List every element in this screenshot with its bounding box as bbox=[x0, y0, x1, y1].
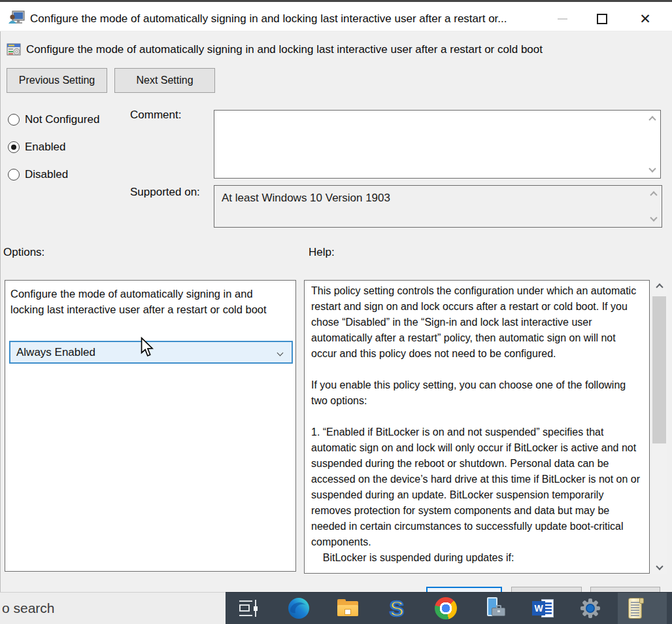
titlebar: Configure the mode of automatically sign… bbox=[0, 2, 672, 31]
scroll-up-icon[interactable] bbox=[648, 116, 656, 123]
minimize-button[interactable] bbox=[546, 4, 579, 33]
comment-label: Comment: bbox=[130, 109, 181, 122]
taskbar: o search bbox=[0, 592, 672, 624]
supported-on-label: Supported on: bbox=[130, 186, 200, 199]
settings-taskbar-button[interactable] bbox=[579, 597, 602, 620]
google-chrome-icon bbox=[435, 597, 457, 619]
dropdown-selected-value: Always Enabled bbox=[16, 346, 95, 359]
supported-on-value: At least Windows 10 Version 1903 bbox=[222, 192, 390, 205]
group-policy-editor-scroll-icon bbox=[626, 597, 646, 619]
help-scrollbar[interactable] bbox=[651, 280, 667, 574]
scroll-down-icon[interactable] bbox=[648, 165, 656, 172]
settings-gear-icon bbox=[579, 597, 602, 620]
admin-toolbox-icon bbox=[484, 597, 506, 620]
microsoft-edge-icon bbox=[288, 597, 310, 619]
taskbar-dark-area: S W bbox=[226, 592, 672, 624]
help-text: This policy setting controls the configu… bbox=[305, 281, 649, 566]
radio-label-not-configured: Not Configured bbox=[25, 113, 99, 126]
admin-toolbox-taskbar-button[interactable] bbox=[483, 597, 507, 620]
file-explorer-taskbar-button[interactable] bbox=[336, 597, 360, 620]
scroll-down-icon[interactable] bbox=[650, 214, 657, 221]
microsoft-word-icon: W bbox=[532, 598, 556, 619]
window-title: Configure the mode of automatically sign… bbox=[30, 4, 507, 33]
window-left-edge bbox=[0, 2, 1, 592]
maximize-button[interactable] bbox=[586, 4, 618, 33]
help-heading: Help: bbox=[309, 246, 335, 259]
radio-label-enabled: Enabled bbox=[25, 141, 65, 154]
taskbar-search-box[interactable]: o search bbox=[0, 592, 226, 624]
comment-textbox[interactable] bbox=[214, 110, 661, 179]
policy-name: Configure the mode of automatically sign… bbox=[26, 38, 543, 61]
task-view-button[interactable] bbox=[237, 597, 260, 620]
help-panel[interactable]: This policy setting controls the configu… bbox=[304, 280, 650, 574]
radio-row-enabled[interactable]: Enabled bbox=[8, 141, 65, 154]
radio-disabled[interactable] bbox=[8, 169, 20, 181]
word-taskbar-button[interactable]: W bbox=[532, 597, 556, 620]
group-policy-editor-taskbar-button[interactable] bbox=[624, 597, 648, 620]
radio-not-configured[interactable] bbox=[8, 114, 20, 126]
minimize-icon bbox=[558, 18, 567, 20]
maximize-icon bbox=[597, 14, 607, 24]
options-panel: Configure the mode of automatically sign… bbox=[5, 280, 296, 572]
options-heading: Options: bbox=[3, 246, 44, 259]
comment-value bbox=[220, 114, 643, 174]
policy-setting-icon bbox=[7, 43, 21, 57]
policy-user-computer-icon bbox=[8, 9, 25, 27]
radio-label-disabled: Disabled bbox=[25, 168, 68, 181]
close-button[interactable]: ✕ bbox=[629, 4, 662, 33]
close-icon: ✕ bbox=[639, 12, 651, 26]
scroll-up-icon[interactable] bbox=[650, 191, 657, 198]
scrollbar-down-button[interactable] bbox=[651, 559, 667, 574]
s-app-icon: S bbox=[390, 598, 404, 619]
file-explorer-icon bbox=[337, 598, 359, 619]
edge-taskbar-button[interactable] bbox=[287, 597, 311, 620]
supported-on-textbox: At least Windows 10 Version 1903 bbox=[214, 185, 662, 228]
chevron-down-icon bbox=[277, 350, 284, 356]
chevron-up-icon bbox=[656, 283, 663, 290]
s-app-taskbar-button[interactable]: S bbox=[385, 597, 409, 620]
option-description: Configure the mode of automatically sign… bbox=[10, 286, 288, 317]
search-placeholder-text: o search bbox=[2, 600, 55, 616]
chevron-down-icon bbox=[656, 563, 663, 570]
mode-dropdown[interactable]: Always Enabled bbox=[9, 341, 293, 364]
next-setting-button[interactable]: Next Setting bbox=[114, 68, 215, 93]
chrome-taskbar-button[interactable] bbox=[434, 597, 458, 620]
scrollbar-thumb[interactable] bbox=[652, 296, 666, 443]
previous-setting-button[interactable]: Previous Setting bbox=[7, 68, 107, 93]
scrollbar-up-button[interactable] bbox=[651, 280, 667, 294]
radio-enabled[interactable] bbox=[8, 141, 20, 153]
task-view-icon bbox=[239, 598, 258, 618]
group-policy-setting-dialog: Configure the mode of automatically sign… bbox=[0, 0, 672, 624]
radio-row-not-configured[interactable]: Not Configured bbox=[8, 113, 99, 126]
radio-row-disabled[interactable]: Disabled bbox=[8, 168, 68, 181]
